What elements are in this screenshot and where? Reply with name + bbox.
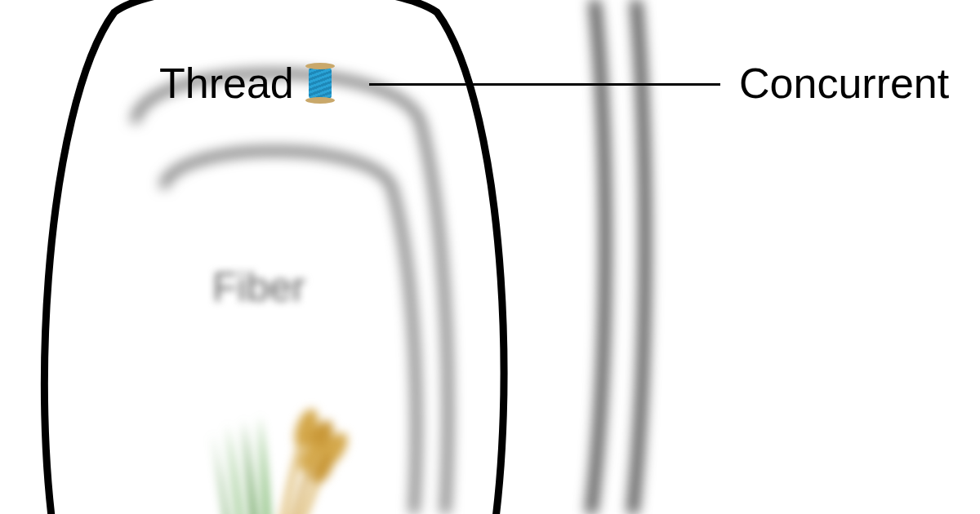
- concurrent-label: Concurrent: [739, 59, 949, 108]
- diagram-sharp-layer: Thread Concurrent: [0, 0, 980, 514]
- thread-spool-icon: [302, 63, 338, 104]
- connector-line: [369, 83, 720, 86]
- thread-label-group: Thread: [159, 59, 338, 108]
- thread-label: Thread: [159, 59, 294, 108]
